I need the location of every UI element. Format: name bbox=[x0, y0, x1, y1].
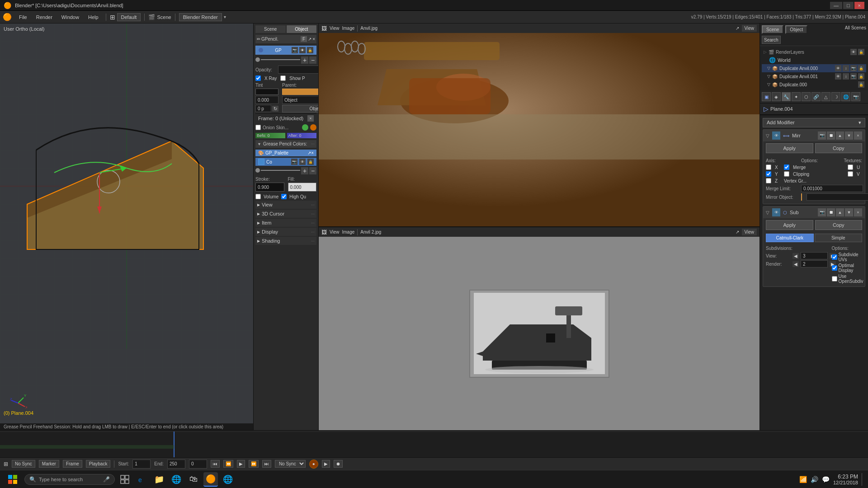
mirror-mergelimit-value[interactable] bbox=[801, 185, 863, 192]
store-icon[interactable]: 🛍 bbox=[186, 472, 201, 487]
sub-render-left-icon[interactable]: ◀ bbox=[793, 261, 799, 267]
menu-item-render[interactable]: Render bbox=[33, 14, 56, 21]
xray-checkbox[interactable] bbox=[255, 75, 261, 81]
prop-icon-mesh[interactable]: ▣ bbox=[762, 92, 771, 101]
catmull-tab[interactable]: Catmull-Clark bbox=[766, 234, 814, 242]
play-anim-icon[interactable]: ▶ bbox=[322, 460, 330, 468]
prev-frame-icon[interactable]: ⏪ bbox=[223, 460, 233, 468]
layout-label[interactable]: Default bbox=[117, 13, 141, 21]
mirror-obj-input[interactable] bbox=[807, 193, 868, 201]
taskview-btn[interactable] bbox=[118, 472, 132, 487]
prop-icon-modifier[interactable]: 🔧 bbox=[782, 92, 791, 101]
time-date[interactable]: 6:23 PM 12/21/2018 bbox=[833, 474, 858, 485]
prop-icon-material[interactable]: ☽ bbox=[831, 92, 840, 101]
mirror-vis-icon[interactable]: 👁 bbox=[772, 131, 780, 140]
co-eye-icon[interactable]: 👁 bbox=[299, 159, 306, 165]
color-minus[interactable]: − bbox=[309, 167, 316, 174]
prop-icon-particles[interactable]: ✦ bbox=[792, 92, 801, 101]
playback-btn[interactable]: Playback bbox=[86, 460, 111, 468]
microphone-icon[interactable]: 🎤 bbox=[103, 476, 110, 483]
dup1-sel-icon[interactable]: ↕ bbox=[843, 73, 849, 80]
co-lock-icon[interactable]: 🔒 bbox=[307, 159, 314, 165]
lock-icon[interactable]: 🔒 bbox=[307, 47, 313, 53]
img-image-btn-bot[interactable]: Image bbox=[342, 230, 355, 235]
fill-swatch[interactable]: 0.000 bbox=[288, 183, 317, 192]
camera-icon[interactable]: 📷 bbox=[292, 47, 298, 53]
opacity-value[interactable] bbox=[278, 66, 319, 74]
highqu-checkbox[interactable] bbox=[281, 194, 287, 199]
img-expand-icon-top[interactable]: ↗ bbox=[736, 26, 739, 31]
prop-icon-world[interactable]: 🌐 bbox=[841, 92, 850, 101]
start-value[interactable] bbox=[132, 460, 151, 469]
timeline-ruler[interactable] bbox=[0, 431, 868, 457]
menu-item-file[interactable]: File bbox=[15, 14, 31, 21]
section-view[interactable]: ▶ View ··· bbox=[255, 201, 316, 209]
section-shading[interactable]: ▶ Shading ··· bbox=[255, 237, 316, 245]
volume-checkbox[interactable] bbox=[255, 194, 261, 199]
skip-end-icon[interactable]: ⏭ bbox=[262, 460, 271, 468]
simple-tab[interactable]: Simple bbox=[815, 234, 863, 242]
image-viewer-top-body[interactable] bbox=[319, 33, 760, 226]
mirror-clipping-check[interactable] bbox=[784, 171, 789, 177]
optimal-display-check[interactable] bbox=[832, 265, 837, 271]
palette-expand-icon[interactable]: ↗ bbox=[307, 150, 311, 155]
sub-btn-up[interactable]: ▲ bbox=[836, 208, 844, 216]
dup0-vis-icon[interactable]: 👁 bbox=[835, 65, 841, 71]
onion-checkbox[interactable] bbox=[255, 125, 261, 130]
parent-swatch[interactable] bbox=[282, 89, 319, 95]
section-display[interactable]: ▶ Display ··· bbox=[255, 228, 316, 236]
mirror-obj-swatch[interactable] bbox=[801, 193, 802, 201]
use-opensubdiv-check[interactable] bbox=[832, 276, 837, 282]
mirror-btn-camera[interactable]: 📷 bbox=[818, 131, 826, 140]
showp-checkbox[interactable] bbox=[280, 75, 286, 81]
mirror-copy-btn[interactable]: Copy bbox=[815, 143, 863, 153]
img-filename-bot[interactable]: Anvil 2.jpg bbox=[360, 230, 381, 235]
menu-item-help[interactable]: Help bbox=[85, 14, 102, 21]
mirror-y-check[interactable] bbox=[766, 171, 771, 177]
notif-icon[interactable]: 💬 bbox=[822, 476, 830, 483]
eye-icon[interactable]: 👁 bbox=[299, 47, 306, 53]
img-view-btn-top[interactable]: View bbox=[330, 26, 340, 31]
prop-icon-object[interactable]: ◈ bbox=[772, 92, 781, 101]
tint-cycle-icon[interactable]: ↻ bbox=[272, 106, 278, 112]
network-icon[interactable]: 📶 bbox=[799, 476, 807, 483]
sub-btn-close[interactable]: × bbox=[854, 208, 862, 216]
play-btn[interactable]: ▶ bbox=[237, 460, 245, 468]
viewport-panel[interactable]: User Ortho (Local) X Y Z (0) Plane.004 G… bbox=[0, 23, 253, 430]
mirror-u-check[interactable] bbox=[848, 164, 853, 170]
dup0-lock-icon[interactable]: 🔒 bbox=[858, 65, 864, 71]
mirror-apply-btn[interactable]: Apply bbox=[766, 143, 813, 153]
sub-btn-camera[interactable]: 📷 bbox=[818, 208, 826, 216]
img-view-btn-bot[interactable]: View bbox=[330, 230, 340, 235]
close-frame-icon[interactable]: × bbox=[307, 115, 314, 122]
sub-btn-down[interactable]: ▼ bbox=[845, 208, 853, 216]
add-modifier-btn[interactable]: Add Modifier ▾ bbox=[763, 118, 865, 127]
tint-swatch[interactable] bbox=[255, 89, 278, 95]
show-desktop-btn[interactable] bbox=[862, 473, 864, 486]
img-image-btn-top[interactable]: Image bbox=[342, 26, 355, 31]
outliner-item-renderlayers[interactable]: ▷ 🎬 RenderLayers 👁 🔒 bbox=[762, 48, 866, 56]
current-frame[interactable] bbox=[189, 460, 207, 469]
prop-icon-data[interactable]: △ bbox=[821, 92, 830, 101]
section-item[interactable]: ▶ Item ··· bbox=[255, 219, 316, 227]
dup0-sel-icon[interactable]: ↕ bbox=[843, 65, 849, 71]
skip-start-icon[interactable]: ⏮ bbox=[211, 460, 220, 468]
sub-apply-btn[interactable]: Apply bbox=[766, 220, 813, 230]
sub-view-value[interactable] bbox=[801, 252, 828, 259]
rl-icon1[interactable]: 👁 bbox=[850, 49, 857, 55]
viewport-3d[interactable]: User Ortho (Local) X Y Z (0) Plane.004 G… bbox=[0, 23, 253, 430]
window-controls[interactable]: — □ × bbox=[830, 2, 864, 9]
subdivide-uvs-check[interactable] bbox=[832, 254, 837, 260]
dup1-vis-icon[interactable]: 👁 bbox=[835, 73, 841, 80]
image-viewer-bottom-body[interactable] bbox=[319, 237, 760, 430]
end-value[interactable] bbox=[167, 460, 185, 469]
record-icon[interactable]: ⏺ bbox=[334, 460, 343, 468]
sub-vis-icon[interactable]: 👁 bbox=[772, 208, 780, 216]
sub-btn-render[interactable]: 🔲 bbox=[827, 208, 835, 216]
render-icon[interactable]: ● bbox=[309, 460, 318, 469]
dup0-render-icon[interactable]: 📷 bbox=[850, 65, 857, 71]
frame-btn[interactable]: Frame bbox=[63, 460, 82, 468]
gp-plus-icon[interactable]: + bbox=[301, 56, 308, 64]
taskbar-search[interactable]: 🔍 Type here to search 🎤 bbox=[24, 474, 115, 485]
tab-object[interactable]: Object bbox=[287, 25, 317, 33]
